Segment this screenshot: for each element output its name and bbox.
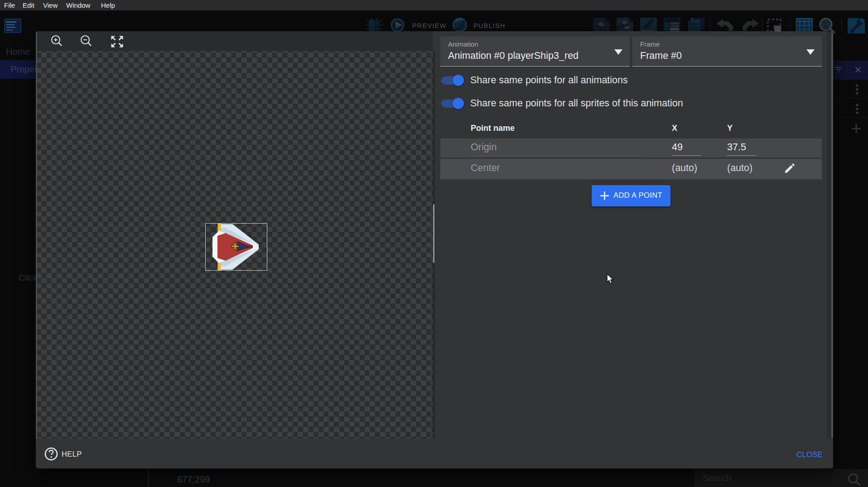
- svg-text:1:1: 1:1: [822, 22, 831, 29]
